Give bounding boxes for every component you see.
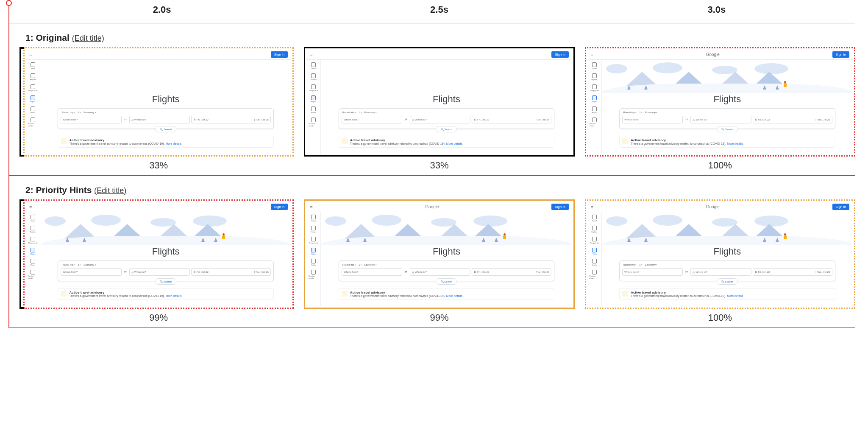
sidebar-item[interactable]: Vacation rentals <box>309 118 319 127</box>
search-button[interactable]: 🔍 Search <box>717 126 738 132</box>
dates-input[interactable]: 🗓 Fri, Oct 22 | Tue, Oct 26 <box>472 116 551 123</box>
edit-title-link[interactable]: (Edit title) <box>94 186 126 195</box>
swap-icon[interactable]: ⇄ <box>403 268 409 276</box>
signin-button[interactable]: Sign in <box>271 204 288 210</box>
sidebar-item[interactable]: Flights <box>589 248 599 255</box>
sidebar-item[interactable]: Travel <box>28 62 38 70</box>
search-button[interactable]: 🔍 Search <box>155 126 176 132</box>
to-input[interactable]: ◎Where to? <box>410 268 470 276</box>
advisory-link[interactable]: More details <box>446 142 462 145</box>
passengers-chip[interactable]: 1 <box>639 111 643 114</box>
sidebar-item[interactable]: Explore <box>589 226 599 233</box>
sidebar-item[interactable]: Explore <box>309 226 319 233</box>
sidebar-item[interactable]: Hotels <box>309 259 319 266</box>
sidebar-item[interactable]: Things to do <box>589 84 599 92</box>
trip-type-chip[interactable]: Round trip <box>623 263 637 266</box>
cabin-chip[interactable]: Economy <box>364 111 377 114</box>
passengers-chip[interactable]: 1 <box>78 111 81 114</box>
passengers-chip[interactable]: 1 <box>359 263 362 266</box>
to-input[interactable]: ◎Where to? <box>690 116 751 123</box>
hamburger-icon[interactable]: ≡ <box>591 204 593 210</box>
sidebar-item[interactable]: Travel <box>28 215 38 222</box>
trip-type-chip[interactable]: Round trip <box>61 111 75 114</box>
swap-icon[interactable]: ⇄ <box>123 268 128 276</box>
sidebar-item[interactable]: Vacation rentals <box>309 270 319 279</box>
swap-icon[interactable]: ⇄ <box>403 116 409 123</box>
cabin-chip[interactable]: Economy <box>364 263 377 266</box>
signin-button[interactable]: Sign in <box>551 51 568 58</box>
signin-button[interactable]: Sign in <box>832 51 849 58</box>
cabin-chip[interactable]: Economy <box>645 111 657 114</box>
from-input[interactable]: Where from? <box>342 268 402 276</box>
filmstrip-frame[interactable]: ≡ Google Sign in TravelExploreThings to … <box>23 47 294 157</box>
hamburger-icon[interactable]: ≡ <box>29 204 32 210</box>
sidebar-item[interactable]: Explore <box>28 73 38 81</box>
dates-input[interactable]: 🗓 Fri, Oct 22 | Tue, Oct 26 <box>191 116 271 123</box>
swap-icon[interactable]: ⇄ <box>684 268 689 276</box>
swap-icon[interactable]: ⇄ <box>684 116 689 123</box>
sidebar-item[interactable]: Things to do <box>309 84 319 92</box>
edit-title-link[interactable]: (Edit title) <box>72 34 104 42</box>
signin-button[interactable]: Sign in <box>551 204 568 210</box>
advisory-link[interactable]: More details <box>165 294 181 297</box>
search-button[interactable]: 🔍 Search <box>717 278 738 285</box>
dates-input[interactable]: 🗓 Fri, Oct 22 | Tue, Oct 26 <box>191 268 271 276</box>
sidebar-item[interactable]: Things to do <box>28 84 38 92</box>
hamburger-icon[interactable]: ≡ <box>591 52 593 57</box>
sidebar-item[interactable]: Hotels <box>28 259 38 266</box>
hamburger-icon[interactable]: ≡ <box>29 52 32 57</box>
dates-input[interactable]: 🗓 Fri, Oct 22 | Tue, Oct 26 <box>753 116 832 123</box>
search-button[interactable]: 🔍 Search <box>155 278 176 285</box>
to-input[interactable]: ◎Where to? <box>129 116 190 123</box>
sidebar-item[interactable]: Explore <box>309 73 319 81</box>
filmstrip-frame[interactable]: ≡ Google Sign in TravelExploreThings to … <box>585 47 855 157</box>
dates-input[interactable]: 🗓 Fri, Oct 22 | Tue, Oct 26 <box>472 268 551 276</box>
trip-type-chip[interactable]: Round trip <box>342 111 356 114</box>
from-input[interactable]: Where from? <box>622 116 683 123</box>
trip-type-chip[interactable]: Round trip <box>342 263 356 266</box>
cabin-chip[interactable]: Economy <box>645 263 657 266</box>
from-input[interactable]: Where from? <box>342 116 402 123</box>
trip-type-chip[interactable]: Round trip <box>623 111 637 114</box>
passengers-chip[interactable]: 1 <box>78 263 81 266</box>
sidebar-item[interactable]: Vacation rentals <box>589 270 599 279</box>
sidebar-item[interactable]: Vacation rentals <box>28 270 38 279</box>
advisory-link[interactable]: More details <box>165 142 181 145</box>
cabin-chip[interactable]: Economy <box>83 111 96 114</box>
sidebar-item[interactable]: Flights <box>309 95 319 103</box>
filmstrip-frame[interactable]: ≡ Google Sign in TravelExploreThings to … <box>304 47 574 157</box>
search-button[interactable]: 🔍 Search <box>436 278 457 285</box>
sidebar-item[interactable]: Hotels <box>28 106 38 114</box>
sidebar-item[interactable]: Travel <box>589 215 599 222</box>
hamburger-icon[interactable]: ≡ <box>310 204 312 210</box>
filmstrip-frame[interactable]: ≡ Google Sign in TravelExploreThings to … <box>304 199 574 309</box>
sidebar-item[interactable]: Vacation rentals <box>28 118 38 127</box>
signin-button[interactable]: Sign in <box>271 51 288 58</box>
from-input[interactable]: Where from? <box>61 116 121 123</box>
sidebar-item[interactable]: Explore <box>28 226 38 233</box>
from-input[interactable]: Where from? <box>61 268 121 276</box>
sidebar-item[interactable]: Flights <box>589 95 599 103</box>
to-input[interactable]: ◎Where to? <box>410 116 470 123</box>
advisory-link[interactable]: More details <box>727 294 743 297</box>
advisory-link[interactable]: More details <box>727 142 743 145</box>
hamburger-icon[interactable]: ≡ <box>310 52 312 57</box>
sidebar-item[interactable]: Flights <box>28 95 38 103</box>
sidebar-item[interactable]: Travel <box>309 215 319 222</box>
passengers-chip[interactable]: 1 <box>359 111 362 114</box>
sidebar-item[interactable]: Things to do <box>309 237 319 244</box>
signin-button[interactable]: Sign in <box>832 204 849 210</box>
sidebar-item[interactable]: Hotels <box>309 106 319 114</box>
sidebar-item[interactable]: Flights <box>28 248 38 255</box>
swap-icon[interactable]: ⇄ <box>123 116 128 123</box>
dates-input[interactable]: 🗓 Fri, Oct 22 | Tue, Oct 26 <box>753 268 832 276</box>
sidebar-item[interactable]: Hotels <box>589 106 599 114</box>
sidebar-item[interactable]: Flights <box>309 248 319 255</box>
from-input[interactable]: Where from? <box>622 268 683 276</box>
sidebar-item[interactable]: Travel <box>589 62 599 70</box>
to-input[interactable]: ◎Where to? <box>129 268 190 276</box>
cabin-chip[interactable]: Economy <box>83 263 96 266</box>
sidebar-item[interactable]: Travel <box>309 62 319 70</box>
to-input[interactable]: ◎Where to? <box>690 268 751 276</box>
sidebar-item[interactable]: Explore <box>589 73 599 81</box>
